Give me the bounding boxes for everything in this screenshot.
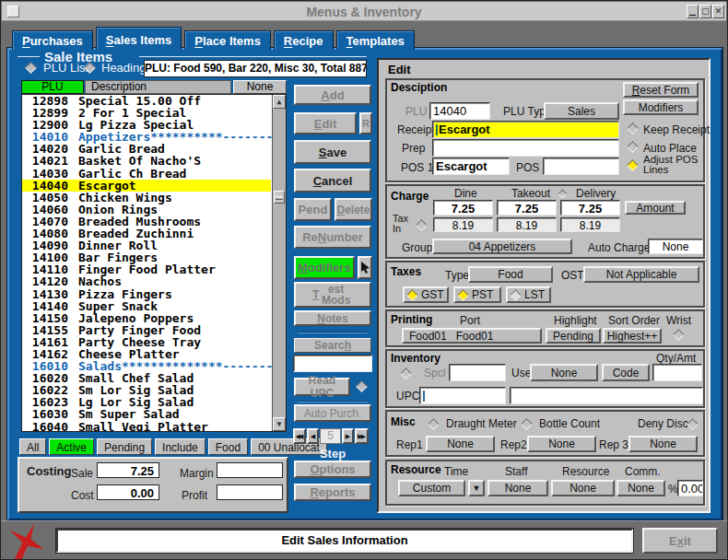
- list-scrollbar[interactable]: ▲ ▼: [272, 95, 286, 431]
- modifiers-button[interactable]: Modifiers: [294, 256, 355, 279]
- takeout-diamond[interactable]: [558, 190, 568, 199]
- filter-pending[interactable]: Pending: [97, 438, 152, 455]
- maximize-icon[interactable]: ▢: [699, 5, 711, 18]
- receipt-field[interactable]: Escargot: [432, 121, 619, 138]
- scroll-down-icon[interactable]: ▼: [273, 417, 286, 431]
- use-button[interactable]: None: [530, 364, 598, 381]
- keep-receipt-checkbox[interactable]: [627, 122, 639, 134]
- ost-button[interactable]: Not Applicable: [583, 266, 699, 283]
- rep2-button[interactable]: None: [527, 436, 596, 452]
- adjust-pos-checkbox[interactable]: [627, 159, 639, 171]
- list-item[interactable]: 14130Pizza Fingers: [22, 288, 271, 300]
- search-button[interactable]: Search: [294, 338, 371, 353]
- pos1-field[interactable]: Escargot: [432, 158, 510, 175]
- minimize-icon[interactable]: ▁: [687, 5, 699, 18]
- list-item[interactable]: 16030Sm Super Salad: [22, 408, 271, 420]
- list-item[interactable]: 14120Nachos: [22, 275, 271, 287]
- tax-delivery-field[interactable]: 8.19: [560, 217, 620, 232]
- notes-button[interactable]: Notes: [294, 310, 371, 326]
- scrollbar-track[interactable]: [273, 109, 286, 417]
- dine-price-field[interactable]: 7.25: [433, 200, 493, 216]
- search-input[interactable]: [293, 355, 372, 372]
- time-button[interactable]: Custom: [398, 480, 465, 496]
- step-first-button[interactable]: ◀◀: [293, 428, 306, 444]
- tab-purchases[interactable]: Purchases: [12, 30, 93, 50]
- pos2-field[interactable]: [543, 158, 619, 175]
- upc-field-2[interactable]: [510, 387, 703, 404]
- read-upc-button[interactable]: Read UPC: [294, 378, 350, 396]
- list-item[interactable]: 14150Jalepeno Poppers: [22, 312, 271, 324]
- step-next-button[interactable]: ▶: [342, 428, 354, 444]
- comm-button[interactable]: None: [616, 480, 665, 496]
- list-item[interactable]: 14030Garlic Ch Bread: [22, 168, 271, 180]
- list-item[interactable]: 14161Party Cheese Tray: [22, 336, 271, 348]
- staff-button[interactable]: None: [487, 480, 548, 496]
- code-button[interactable]: Code: [602, 364, 650, 381]
- filter-all[interactable]: All: [19, 438, 46, 455]
- list-item[interactable]: 14040Escargot: [22, 180, 271, 192]
- list-item[interactable]: 14050Chicken Wings: [22, 192, 271, 204]
- plu-type-button[interactable]: Sales: [544, 102, 619, 120]
- tab-recipe[interactable]: Recipe: [274, 30, 334, 50]
- step-last-button[interactable]: ▶▶: [355, 428, 369, 444]
- resource-button[interactable]: None: [551, 480, 615, 496]
- edit-button[interactable]: Edit: [294, 112, 357, 134]
- auto-purchase-button[interactable]: Auto Purch.: [294, 404, 371, 422]
- qty-amt-field[interactable]: [652, 364, 702, 381]
- lst-toggle[interactable]: LST: [506, 286, 551, 303]
- modifiers-arrow-button[interactable]: [358, 256, 372, 279]
- list-item[interactable]: 14021Basket Of Nacho'S: [22, 155, 271, 167]
- renumber-button[interactable]: Re Number: [294, 226, 371, 249]
- filter-include[interactable]: Include: [155, 438, 205, 455]
- bottle-count-checkbox[interactable]: [521, 418, 533, 430]
- tax-in-diamond[interactable]: [416, 219, 428, 231]
- delivery-price-field[interactable]: 7.25: [560, 200, 620, 216]
- scrollbar-thumb[interactable]: [274, 191, 285, 204]
- list-item[interactable]: 14060Onion Rings: [22, 204, 271, 216]
- column-header-description[interactable]: Description: [85, 80, 231, 94]
- draught-meter-checkbox[interactable]: [428, 418, 440, 430]
- takeout-price-field[interactable]: 7.25: [497, 200, 557, 216]
- title-bar[interactable]: Menus & Inventory ▁ ▢ ✕: [2, 2, 726, 21]
- pst-toggle[interactable]: PST: [453, 286, 501, 303]
- upc-field[interactable]: [419, 387, 506, 404]
- wrist-checkbox[interactable]: [673, 329, 685, 341]
- delete-button[interactable]: Delete: [335, 198, 372, 221]
- spcl-checkbox[interactable]: [400, 368, 412, 379]
- percent-field[interactable]: 0.00: [677, 480, 703, 496]
- cost-field[interactable]: 0.00: [97, 484, 159, 500]
- profit-field[interactable]: [217, 484, 283, 500]
- test-mods-button[interactable]: Test Mods: [294, 282, 371, 308]
- tax-takeout-field[interactable]: 8.19: [497, 217, 557, 232]
- modifiers-secondary-button[interactable]: Modifiers: [623, 99, 699, 115]
- spcl-field[interactable]: [449, 364, 506, 381]
- charge-group-button[interactable]: 04 Appetizers: [432, 239, 572, 254]
- port-button[interactable]: Food01 Food01: [402, 328, 542, 344]
- reset-form-button[interactable]: Reset Form: [623, 82, 699, 98]
- deny-disc-checkbox[interactable]: [687, 418, 699, 430]
- time-dropdown-button[interactable]: ▼: [468, 480, 485, 496]
- tax-dine-field[interactable]: 8.19: [433, 217, 493, 232]
- list-item[interactable]: 16040Small Vegi Platter: [22, 421, 271, 432]
- amount-button[interactable]: Amount: [625, 201, 686, 215]
- save-button[interactable]: Save: [294, 140, 371, 164]
- list-item[interactable]: 14155Party Finger Food: [22, 324, 271, 336]
- reports-button[interactable]: Reports: [294, 484, 371, 501]
- filter-food[interactable]: Food: [208, 438, 248, 455]
- tab-templates[interactable]: Templates: [336, 30, 415, 50]
- list-item[interactable]: 14140Super Snack: [22, 300, 271, 312]
- plu-list[interactable]: ▲ ▼ 12898Special 15.00 Off128992 For 1 S…: [21, 94, 287, 432]
- exit-button[interactable]: Exit: [642, 528, 718, 554]
- auto-charge-button[interactable]: None: [648, 239, 703, 254]
- rep1-button[interactable]: None: [426, 436, 495, 452]
- column-header-plu[interactable]: PLU: [21, 80, 84, 94]
- edit-r-button[interactable]: R: [359, 112, 372, 134]
- sale-field[interactable]: 7.25: [97, 462, 159, 478]
- filter-active[interactable]: Active: [49, 438, 94, 455]
- tab-place-items[interactable]: Place Items: [184, 30, 271, 50]
- tab-sales-items[interactable]: Sales Items: [96, 27, 182, 50]
- column-header-none-button[interactable]: None: [233, 80, 287, 94]
- sort-order-button[interactable]: Highest++: [603, 328, 662, 344]
- scroll-up-icon[interactable]: ▲: [273, 95, 286, 109]
- cancel-button[interactable]: Cancel: [294, 169, 371, 192]
